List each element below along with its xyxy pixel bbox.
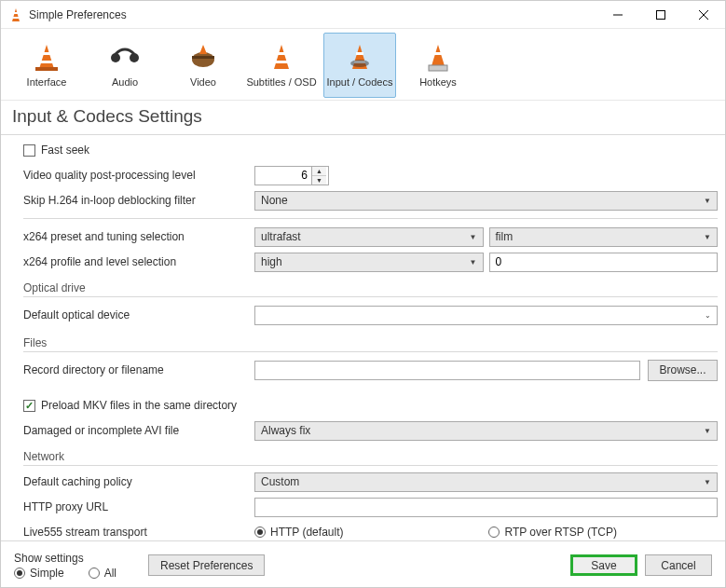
reset-preferences-button[interactable]: Reset Preferences (148, 554, 265, 576)
svg-rect-9 (41, 61, 52, 63)
svg-point-22 (350, 60, 369, 67)
browse-button[interactable]: Browse... (648, 360, 718, 381)
record-dir-label: Record directory or filename (23, 363, 247, 376)
svg-point-13 (192, 52, 214, 67)
combo-value: ultrafast (261, 230, 470, 243)
http-proxy-label: HTTP proxy URL (23, 500, 247, 513)
svg-rect-14 (192, 56, 214, 59)
tab-video[interactable]: Video (167, 33, 240, 98)
x264-preset-combo[interactable]: ultrafast ▼ (254, 227, 484, 247)
svg-rect-18 (276, 61, 287, 63)
svg-rect-20 (356, 52, 363, 55)
x264-profile-label: x264 profile and level selection (23, 255, 247, 268)
chevron-down-icon: ▼ (704, 197, 711, 205)
spinner-down-icon[interactable]: ▼ (312, 176, 326, 185)
tab-input-codecs[interactable]: Input / Codecs (323, 33, 396, 98)
radio-label: RTP over RTSP (TCP) (504, 526, 616, 539)
svg-rect-8 (43, 52, 50, 55)
svg-marker-15 (199, 45, 207, 54)
interface-icon (32, 43, 62, 73)
video-quality-spinner[interactable]: ▲▼ (254, 166, 329, 185)
record-dir-input[interactable] (254, 361, 640, 380)
window-controls (596, 1, 725, 29)
svg-rect-24 (434, 52, 442, 55)
svg-point-12 (130, 53, 139, 62)
svg-marker-0 (12, 8, 20, 21)
skip-h264-combo[interactable]: None ▼ (254, 191, 718, 211)
cancel-button[interactable]: Cancel (645, 554, 712, 576)
damaged-avi-label: Damaged or incomplete AVI file (23, 424, 247, 437)
chevron-down-icon: ▼ (470, 258, 477, 267)
video-quality-label: Video quality post-processing level (23, 169, 247, 182)
preload-mkv-checkbox[interactable]: Preload MKV files in the same directory (23, 399, 237, 412)
files-group-title: Files (23, 336, 718, 352)
tab-label: Hotkeys (419, 76, 457, 88)
x264-tuning-combo[interactable]: film ▼ (489, 227, 719, 247)
network-group-title: Network (23, 450, 718, 466)
tab-label: Video (190, 76, 216, 88)
checkbox-icon (23, 400, 35, 412)
svg-rect-25 (429, 65, 447, 71)
skip-h264-label: Skip H.264 in-loop deblocking filter (23, 194, 247, 207)
video-quality-value[interactable] (255, 167, 311, 185)
vlc-app-icon (8, 7, 23, 22)
save-button[interactable]: Save (570, 554, 637, 576)
tab-label: Input / Codecs (327, 76, 393, 88)
radio-icon (14, 567, 25, 579)
x264-preset-label: x264 preset and tuning selection (23, 230, 247, 243)
optical-group-title: Optical drive (23, 281, 718, 297)
subtitles-icon (267, 43, 296, 73)
svg-point-11 (111, 53, 120, 62)
checkbox-label: Preload MKV files in the same directory (41, 399, 237, 412)
damaged-avi-combo[interactable]: Always fix ▼ (254, 421, 718, 441)
tab-label: Subtitles / OSD (246, 76, 316, 88)
caching-combo[interactable]: Custom ▼ (254, 472, 718, 492)
tab-interface[interactable]: Interface (10, 33, 83, 98)
live555-http-radio[interactable]: HTTP (default) (254, 526, 343, 539)
caching-label: Default caching policy (23, 475, 247, 488)
maximize-button[interactable] (639, 1, 682, 29)
svg-rect-4 (657, 10, 665, 19)
radio-label: Simple (30, 567, 64, 580)
show-all-radio[interactable]: All (89, 567, 116, 580)
svg-rect-1 (14, 12, 18, 14)
default-optical-combo[interactable]: ⌄ (254, 306, 718, 325)
audio-icon (110, 43, 140, 73)
page-title: Input & Codecs Settings (1, 100, 725, 135)
preferences-tabs: Interface Audio Video Subtitles / OSD In… (1, 29, 725, 100)
checkbox-label: Fast seek (41, 144, 89, 157)
x264-level-input[interactable] (489, 253, 719, 272)
svg-marker-7 (39, 45, 54, 69)
chevron-down-icon: ▼ (470, 233, 477, 241)
video-icon (188, 43, 218, 73)
minimize-button[interactable] (596, 1, 639, 29)
default-optical-label: Default optical device (23, 308, 247, 321)
settings-scroll-area: Fast seek Video quality post-processing … (1, 135, 725, 540)
x264-profile-combo[interactable]: high ▼ (254, 253, 484, 272)
http-proxy-input[interactable] (254, 498, 718, 517)
title-bar: Simple Preferences (1, 1, 725, 29)
checkbox-icon (23, 144, 35, 157)
live555-rtp-radio[interactable]: RTP over RTSP (TCP) (488, 526, 616, 539)
window-title: Simple Preferences (29, 8, 596, 21)
svg-rect-10 (35, 67, 58, 71)
spinner-up-icon[interactable]: ▲ (312, 167, 326, 176)
chevron-down-icon: ▼ (704, 427, 711, 435)
combo-value: None (261, 194, 704, 207)
fast-seek-checkbox[interactable]: Fast seek (23, 144, 89, 157)
tab-audio[interactable]: Audio (89, 33, 161, 98)
tab-hotkeys[interactable]: Hotkeys (402, 33, 474, 98)
tab-label: Interface (27, 76, 67, 88)
radio-label: All (104, 567, 116, 580)
svg-marker-16 (274, 45, 289, 69)
show-simple-radio[interactable]: Simple (14, 567, 64, 580)
tab-label: Audio (112, 76, 138, 88)
svg-rect-2 (13, 17, 19, 19)
tab-subtitles-osd[interactable]: Subtitles / OSD (245, 33, 318, 98)
combo-value: high (261, 255, 470, 268)
close-button[interactable] (682, 1, 725, 29)
input-codecs-icon (345, 43, 375, 73)
chevron-down-icon: ▼ (704, 478, 711, 486)
combo-value: film (496, 230, 705, 243)
show-settings-label: Show settings (14, 552, 135, 565)
